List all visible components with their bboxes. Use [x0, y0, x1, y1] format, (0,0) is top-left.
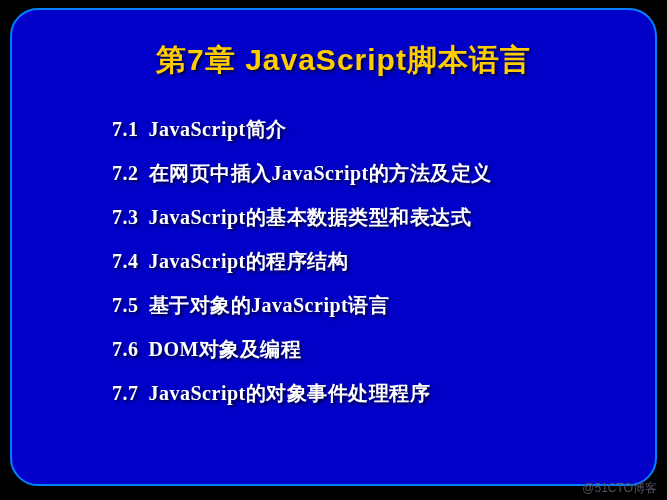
watermark: @51CTO博客 [582, 480, 657, 497]
toc-text: JavaScript的基本数据类型和表达式 [149, 206, 472, 228]
toc-number: 7.5 [112, 294, 139, 316]
slide-frame: 第7章 JavaScript脚本语言 7.1JavaScript简介 7.2在网… [10, 8, 657, 486]
chapter-title: 第7章 JavaScript脚本语言 [62, 40, 625, 81]
toc-number: 7.4 [112, 250, 139, 272]
toc-number: 7.6 [112, 338, 139, 360]
table-of-contents: 7.1JavaScript简介 7.2在网页中插入JavaScript的方法及定… [62, 116, 625, 407]
toc-item: 7.2在网页中插入JavaScript的方法及定义 [112, 160, 625, 187]
toc-item: 7.3JavaScript的基本数据类型和表达式 [112, 204, 625, 231]
toc-item: 7.4JavaScript的程序结构 [112, 248, 625, 275]
toc-number: 7.2 [112, 162, 139, 184]
toc-text: 在网页中插入JavaScript的方法及定义 [149, 162, 492, 184]
toc-number: 7.3 [112, 206, 139, 228]
toc-item: 7.5基于对象的JavaScript语言 [112, 292, 625, 319]
toc-text: DOM对象及编程 [149, 338, 302, 360]
toc-item: 7.6DOM对象及编程 [112, 336, 625, 363]
toc-number: 7.7 [112, 382, 139, 404]
toc-text: JavaScript简介 [149, 118, 287, 140]
toc-text: 基于对象的JavaScript语言 [149, 294, 390, 316]
toc-number: 7.1 [112, 118, 139, 140]
toc-item: 7.7JavaScript的对象事件处理程序 [112, 380, 625, 407]
toc-text: JavaScript的程序结构 [149, 250, 349, 272]
toc-text: JavaScript的对象事件处理程序 [149, 382, 431, 404]
toc-item: 7.1JavaScript简介 [112, 116, 625, 143]
